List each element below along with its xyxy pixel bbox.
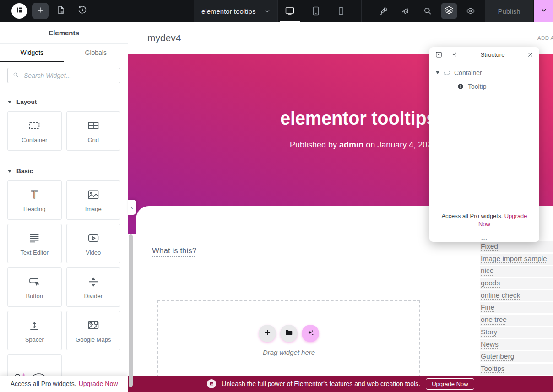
- post-link-row: one tree: [480, 315, 553, 326]
- panel-title: Elements: [49, 29, 79, 37]
- container-icon: [27, 119, 41, 132]
- structure-tree-item-container[interactable]: Container: [429, 66, 539, 80]
- widget-card-grid[interactable]: Grid: [66, 111, 121, 151]
- document-title: elementor tooltips: [201, 7, 264, 15]
- button-icon: [27, 275, 41, 289]
- widget-card-spacer[interactable]: Spacer: [7, 311, 62, 350]
- structure-tree-item-tooltip[interactable]: Tooltip: [429, 80, 539, 93]
- container-icon: [443, 69, 450, 76]
- widget-card-label: Image: [85, 206, 102, 212]
- widget-card-google-maps[interactable]: Google Maps: [66, 311, 121, 350]
- device-tablet-button[interactable]: [310, 5, 321, 16]
- byline-author: admin: [339, 140, 363, 149]
- post-link[interactable]: goods: [481, 279, 500, 287]
- grid-icon: [87, 119, 100, 132]
- launchpad-button[interactable]: [379, 6, 389, 16]
- finder-search-button[interactable]: [423, 6, 433, 16]
- structure-button[interactable]: [441, 3, 457, 19]
- elementor-logo-icon: [207, 379, 216, 388]
- widget-section: Basic T Heading Image Text Editor Video …: [0, 168, 128, 376]
- widget-card-video[interactable]: Video: [66, 224, 121, 263]
- sparkles-icon: [306, 328, 315, 339]
- google-maps-icon: [87, 318, 100, 332]
- search-icon: [423, 10, 433, 17]
- post-link-row: goods: [480, 278, 553, 289]
- pro-widgets-footer: Access all Pro widgets. Upgrade Now: [0, 376, 128, 392]
- upgrade-now-link[interactable]: Upgrade Now: [79, 380, 118, 387]
- post-link-row: Story: [480, 327, 553, 338]
- widget-section-header-layout[interactable]: Layout: [0, 98, 128, 105]
- widget-card-container[interactable]: Container: [7, 111, 62, 151]
- add-element-button[interactable]: [259, 325, 276, 342]
- device-mobile-button[interactable]: [336, 5, 347, 16]
- post-link[interactable]: nice: [481, 267, 493, 275]
- chevron-down-icon: [264, 7, 271, 15]
- widget-card-label: Spacer: [25, 336, 44, 343]
- collapse-all-icon[interactable]: [435, 51, 443, 59]
- widget-card-image[interactable]: Image: [66, 180, 121, 220]
- caret-down-icon[interactable]: [436, 71, 439, 74]
- post-link[interactable]: Story: [481, 328, 497, 336]
- site-page-title: mydev4: [147, 33, 181, 44]
- structure-panel: Structure Container Tooltip Access all P…: [429, 47, 539, 242]
- widget-card-divider[interactable]: Divider: [66, 267, 121, 307]
- history-icon: [77, 5, 87, 17]
- post-link[interactable]: Gutenberg: [481, 352, 514, 360]
- publish-button[interactable]: Publish: [485, 0, 533, 22]
- desktop-icon: [284, 10, 295, 18]
- post-link[interactable]: online check: [481, 291, 520, 299]
- widget-card-pro-teaser[interactable]: [7, 354, 62, 376]
- widget-card-text-editor[interactable]: Text Editor: [7, 224, 62, 263]
- svg-text:T: T: [31, 188, 38, 201]
- post-link-row: nice: [480, 266, 553, 277]
- document-switcher[interactable]: elementor tooltips: [194, 0, 277, 22]
- megaphone-icon: [401, 10, 411, 17]
- tab-globals[interactable]: Globals: [64, 44, 128, 62]
- post-link[interactable]: Tooltips: [481, 365, 505, 373]
- widget-search-input[interactable]: [23, 71, 115, 80]
- ai-builder-button[interactable]: [302, 325, 319, 342]
- device-desktop-button[interactable]: [284, 5, 295, 16]
- canvas-scrollbar[interactable]: [129, 234, 133, 387]
- ai-sparkles-icon[interactable]: [450, 51, 458, 59]
- structure-more-button[interactable]: ...: [429, 233, 539, 242]
- hero-byline[interactable]: Published by admin on January 4, 202: [290, 140, 432, 150]
- widget-section-title: Layout: [16, 98, 37, 105]
- publish-options-button[interactable]: [534, 0, 553, 22]
- preview-button[interactable]: [466, 6, 476, 16]
- post-link[interactable]: Fixed: [481, 242, 498, 250]
- post-link[interactable]: News: [481, 340, 499, 348]
- history-button[interactable]: [77, 5, 88, 16]
- add-template-button[interactable]: [280, 325, 298, 342]
- hero-heading[interactable]: elementor tooltips: [280, 108, 436, 129]
- elementor-logo-icon: [15, 5, 24, 16]
- empty-container-dropzone[interactable]: Drag widget here: [157, 300, 420, 376]
- post-link[interactable]: one tree: [481, 316, 507, 324]
- tab-widgets[interactable]: Widgets: [0, 44, 64, 62]
- tooltip-trigger-link[interactable]: What is this?: [152, 246, 196, 256]
- image-icon: [87, 188, 100, 201]
- whats-new-button[interactable]: [401, 6, 411, 16]
- post-link[interactable]: Image import sample: [481, 255, 547, 263]
- widget-sections: Layout Container Grid Basic T Heading Im…: [0, 98, 128, 376]
- widget-card-label: Grid: [87, 136, 99, 143]
- banner-message: Unleash the full power of Elementor's fe…: [222, 380, 420, 387]
- widget-card-button[interactable]: Button: [7, 267, 62, 307]
- eye-icon: [466, 10, 476, 17]
- close-icon[interactable]: [527, 51, 534, 58]
- banner-upgrade-button[interactable]: Upgrade Now: [426, 378, 474, 390]
- video-icon: [87, 231, 100, 245]
- pro-footer-text: Access all Pro widgets.: [11, 380, 76, 387]
- caret-down-icon: [8, 101, 11, 103]
- widget-section-header-basic[interactable]: Basic: [0, 168, 128, 174]
- panel-tabs: Widgets Globals: [0, 44, 128, 62]
- panel-collapse-handle[interactable]: ‹: [128, 200, 136, 215]
- dropzone-actions: [259, 325, 319, 342]
- post-link[interactable]: Fine: [481, 303, 494, 311]
- widget-card-heading[interactable]: T Heading: [7, 180, 62, 220]
- folder-icon: [285, 328, 293, 339]
- elementor-menu-button[interactable]: [11, 3, 27, 19]
- page-settings-button[interactable]: [55, 5, 66, 16]
- add-new-button[interactable]: [32, 3, 49, 19]
- widget-card-label: Google Maps: [76, 336, 111, 343]
